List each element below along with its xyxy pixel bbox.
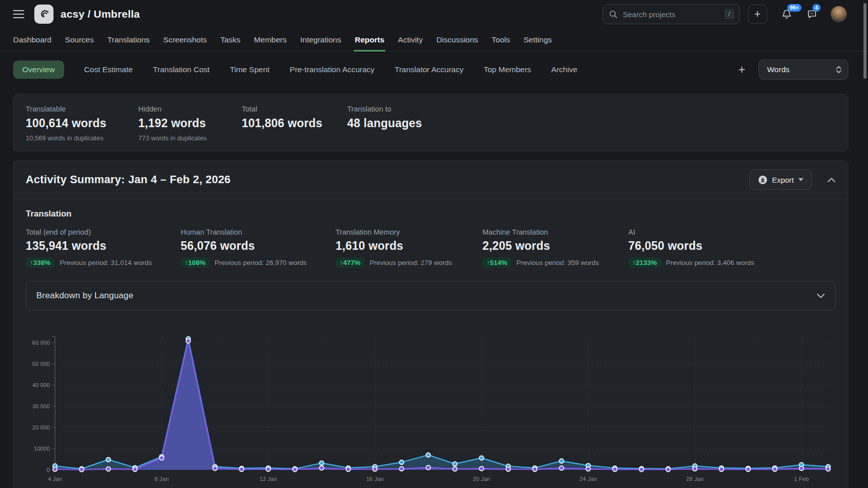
export-button[interactable]: Export [749,170,812,190]
svg-text:30 000: 30 000 [32,403,50,409]
select-arrows-icon [836,65,842,74]
report-tab-translator-accuracy[interactable]: Translator Accuracy [395,65,463,74]
svg-text:16 Jan: 16 Jan [366,476,384,482]
breakdown-by-language-toggle[interactable]: Breakdown by Language [26,281,836,310]
reports-tabs: OverviewCost EstimateTranslation CostTim… [13,61,577,79]
change-badge: ↑108% [181,257,209,268]
download-icon [758,175,768,185]
notifications-badge: 99+ [787,4,801,12]
previous-period-text: Previous period: 359 words [516,259,599,266]
search-placeholder: Search projects [623,10,724,19]
activity-chart[interactable]: 01000020 00030 00040 00050 00060 0004 Ja… [26,318,833,488]
stat-note: 10,569 words in duplicates [26,134,138,142]
notifications-button[interactable]: 99+ [781,9,792,20]
svg-text:24 Jan: 24 Jan [579,476,597,482]
stat-label: Translation to [347,105,422,113]
app-logo[interactable] [34,5,53,24]
nav-tab-tools[interactable]: Tools [492,28,510,51]
activity-summary-card: Activity Summary: Jan 4 – Feb 2, 2026 Ex… [13,160,848,488]
nav-tab-integrations[interactable]: Integrations [300,28,341,51]
stat-label: Total [242,105,347,113]
stat-value: 1,192 words [138,117,242,130]
nav-tab-settings[interactable]: Settings [524,28,552,51]
nav-tab-dashboard[interactable]: Dashboard [13,28,51,51]
stat-translatable: Translatable100,614 words10,569 words in… [26,105,138,142]
nav-tab-activity[interactable]: Activity [398,28,423,51]
avatar[interactable] [831,6,847,22]
svg-text:8 Jan: 8 Jan [154,476,169,482]
report-tab-pre-translation-accuracy[interactable]: Pre-translation Accuracy [290,65,374,74]
report-tab-translation-cost[interactable]: Translation Cost [153,65,209,74]
nav-tab-tasks[interactable]: Tasks [221,28,241,51]
nav-tab-translations[interactable]: Translations [107,28,150,51]
search-input[interactable]: Search projects / [603,4,740,24]
change-badge: ↑2133% [628,257,661,268]
report-tab-archive[interactable]: Archive [551,65,577,74]
nav-tab-discussions[interactable]: Discussions [437,28,478,51]
nav-tab-sources[interactable]: Sources [65,28,94,51]
unit-select-value: Words [767,65,836,74]
previous-period-text: Previous period: 3,406 words [666,259,754,266]
metric-translation-memory: Translation Memory1,610 words↑477%Previo… [336,228,482,268]
change-badge: ↑338% [26,257,55,268]
search-icon [609,10,618,19]
messages-button[interactable]: 4 [806,9,818,20]
stat-value: 100,614 words [26,117,138,130]
stat-label: Translatable [26,105,138,113]
report-tab-top-members[interactable]: Top Members [483,65,531,74]
stat-translation-to: Translation to48 languages [347,105,422,142]
search-shortcut-hint: / [724,9,734,19]
nav-tab-screenshots[interactable]: Screenshots [164,28,207,51]
stat-label: Hidden [138,105,242,113]
menu-icon[interactable] [13,10,24,18]
metric-ai: AI76,050 words↑2133%Previous period: 3,4… [628,228,754,268]
top-bar: acsy / Umbrella Search projects / + 99+ … [0,0,868,28]
metric-label: Machine Translation [482,228,628,236]
report-tab-time-spent[interactable]: Time Spent [230,65,269,74]
metric-total-end-of-period-: Total (end of period)135,941 words↑338%P… [26,228,181,268]
previous-period-text: Previous period: 279 words [369,259,452,266]
stats-card: Translatable100,614 words10,569 words in… [13,94,848,151]
translation-metrics: Total (end of period)135,941 words↑338%P… [26,228,836,268]
stat-hidden: Hidden1,192 words773 words in duplicates [138,105,242,142]
report-tab-overview[interactable]: Overview [13,61,64,79]
metric-value: 56,076 words [181,239,336,253]
previous-period-text: Previous period: 26,970 words [214,259,306,266]
change-badge: ↑477% [336,257,364,268]
svg-text:28 Jan: 28 Jan [686,476,704,482]
chevron-up-icon [827,177,836,183]
export-label: Export [772,176,794,184]
create-button[interactable]: + [748,5,767,24]
messages-badge: 4 [812,4,821,12]
svg-text:40 000: 40 000 [32,382,50,388]
report-tab-cost-estimate[interactable]: Cost Estimate [84,65,133,74]
activity-chart-container: 01000020 00030 00040 00050 00060 0004 Ja… [26,318,836,488]
svg-text:50 000: 50 000 [32,361,50,367]
svg-text:0: 0 [47,467,50,473]
svg-text:4 Jan: 4 Jan [48,476,62,482]
nav-tab-members[interactable]: Members [254,28,287,51]
add-report-button[interactable]: + [738,64,745,76]
activity-summary-header: Activity Summary: Jan 4 – Feb 2, 2026 Ex… [14,161,848,199]
scrollbar[interactable] [863,3,866,79]
previous-period-text: Previous period: 31,014 words [60,259,151,266]
caret-down-icon [798,178,803,181]
collapse-section-button[interactable] [827,177,836,183]
metric-value: 76,050 words [628,239,754,253]
metric-value: 1,610 words [336,239,482,253]
change-badge: ↑514% [482,257,511,268]
activity-summary-body: Translation Total (end of period)135,941… [14,199,848,488]
chevron-down-icon [817,293,825,299]
metric-label: Translation Memory [336,228,482,236]
metric-value: 135,941 words [26,239,181,253]
nav-tab-reports[interactable]: Reports [355,28,385,51]
svg-text:20 000: 20 000 [32,424,50,430]
metric-label: Human Translation [181,228,336,236]
metric-human-translation: Human Translation56,076 words↑108%Previo… [181,228,336,268]
project-title[interactable]: acsy / Umbrella [61,8,140,20]
reports-subnav: OverviewCost EstimateTranslation CostTim… [0,51,868,80]
unit-select[interactable]: Words [758,60,848,80]
stat-total: Total101,806 words [242,105,347,142]
stat-note: 773 words in duplicates [138,134,242,142]
activity-summary-title: Activity Summary: Jan 4 – Feb 2, 2026 [26,173,749,186]
